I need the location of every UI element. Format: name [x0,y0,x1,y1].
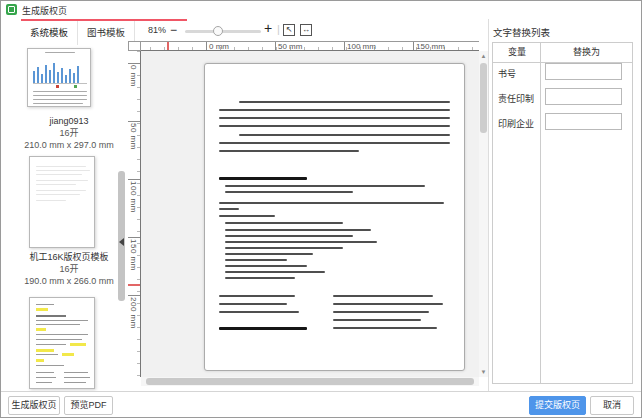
h-scrollbar-thumb[interactable] [146,378,474,385]
template-caption: jiang0913 16开 210.0 mm x 297.0 mm [21,115,117,151]
column-replace-with: 替换为 [541,43,632,62]
v-ruler-cursor-marker [128,284,140,286]
fit-width-icon[interactable]: ↔ [300,24,312,36]
cancel-button[interactable]: 取消 [590,396,634,415]
input-print-manager[interactable] [545,88,622,105]
variable-label-print-company: 印刷企业 [498,117,534,130]
v-ruler-label: 200 mm [129,297,138,329]
v-ruler-label: 0 mm [129,65,138,87]
thumbnail-bar-chart [33,57,87,84]
variable-label-book-number: 书号 [498,67,516,80]
window-title: 生成版权页 [22,4,67,17]
scroll-up-icon[interactable]: ▲ [479,52,488,60]
collapse-panel-arrow-icon[interactable] [119,238,124,246]
tab-book-templates[interactable]: 图书模板 [78,21,135,45]
h-ruler-label: 0 mm [209,42,229,51]
v-ruler-label: 150 mm [129,239,138,271]
column-divider [540,43,541,383]
v-scrollbar-thumb[interactable] [480,63,487,133]
ruler-corner [128,41,141,51]
preview-pdf-button[interactable]: 预览PDF [64,396,113,415]
template-thumbnail-jiang0913[interactable] [27,48,91,107]
zoom-slider-thumb[interactable] [213,26,223,36]
copyright-page-preview [204,63,465,371]
sidebar-scrollbar[interactable] [118,46,125,391]
generate-copyright-page-button[interactable]: 生成版权页 [8,396,60,415]
input-book-number[interactable] [545,63,622,80]
template-dimensions: 210.0 mm x 297.0 mm [21,139,117,151]
scroll-down-icon[interactable]: ▼ [479,368,488,376]
zoom-in-button[interactable]: + [264,22,272,34]
variable-label-print-manager: 责任印制 [498,92,534,105]
tab-system-templates[interactable]: 系统模板 [21,21,78,45]
app-icon [6,4,17,15]
replace-list-title: 文字替换列表 [493,25,550,39]
zoom-level: 81% [148,25,166,35]
replace-table: 变量 替换为 书号 责任印制 印刷企业 [492,42,633,384]
sidebar-scrollbar-thumb[interactable] [118,171,125,301]
column-variable: 变量 [493,43,541,62]
zoom-out-button[interactable]: − [170,24,177,36]
template-thumbnail-highlighted[interactable] [29,297,95,389]
fit-page-icon[interactable]: ↖ [283,24,295,36]
h-ruler-label: 100 mm [347,42,376,51]
footer-bar: 生成版权页 预览PDF 提交版权页 取消 [1,391,641,418]
toolbar-separator: | [277,23,280,35]
template-list: jiang0913 16开 210.0 mm x 297.0 mm 机工16K版… [21,46,117,391]
zoom-slider[interactable] [185,30,261,33]
preview-horizontal-scrollbar[interactable] [141,377,479,386]
template-caption: 机工16K版权页模板 16开 190.0 mm x 266.0 mm [21,251,117,287]
h-ruler-label: 150 mm [416,42,445,51]
submit-copyright-page-button[interactable]: 提交版权页 [529,396,586,415]
preview-canvas[interactable] [141,51,479,377]
template-thumbnail-jigong16k[interactable] [29,156,95,248]
h-ruler-label: 50 mm [278,42,302,51]
h-ruler-cursor-marker [167,42,169,50]
template-dimensions: 190.0 mm x 266.0 mm [21,275,117,287]
replace-table-header: 变量 替换为 [493,43,632,63]
v-ruler-label: 100 mm [129,181,138,213]
generate-copyright-page-window: 生成版权页 系统模板 图书模板 jiang0913 [0,0,642,418]
horizontal-ruler: 0 mm 50 mm 100 mm 150 mm [141,41,479,51]
vertical-ruler: 0 mm 50 mm 100 mm 150 mm 200 mm [128,51,141,377]
template-size: 16开 [21,127,117,139]
template-name: jiang0913 [21,115,117,127]
template-size: 16开 [21,263,117,275]
preview-vertical-scrollbar[interactable]: ▲ ▼ [479,51,488,377]
input-print-company[interactable] [545,113,622,130]
v-ruler-label: 50 mm [129,123,138,150]
panel-divider [488,19,489,391]
template-name: 机工16K版权页模板 [21,251,117,263]
